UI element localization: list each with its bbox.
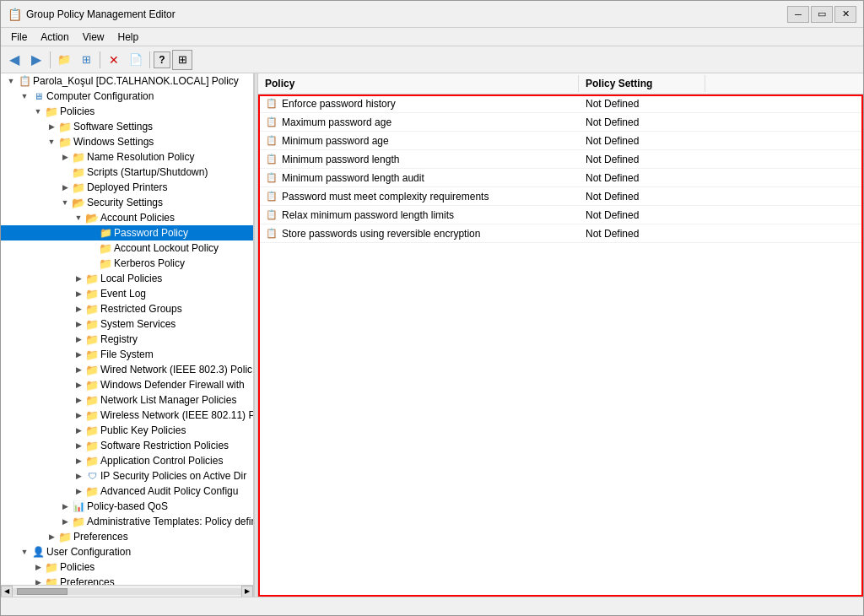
expander-ip-security: ▶	[72, 469, 85, 483]
tree-item-security-settings[interactable]: ▼ 📂 Security Settings	[1, 195, 253, 210]
table-row[interactable]: 📋 Minimum password age Not Defined	[258, 132, 863, 150]
toolbar-separator-1	[50, 51, 51, 68]
status-bar	[1, 597, 863, 615]
icon-policies: 📁	[45, 105, 58, 118]
tree-item-ip-security[interactable]: ▶ 🛡 IP Security Policies on Active Dir	[1, 468, 253, 484]
menu-view[interactable]: View	[76, 30, 111, 44]
label-registry: Registry	[100, 333, 138, 345]
tree-item-scripts[interactable]: ▶ 📁 Scripts (Startup/Shutdown)	[1, 165, 253, 180]
icon-wired-network: 📁	[85, 363, 99, 376]
label-preferences: Preferences	[73, 531, 128, 543]
tree-pane[interactable]: ▼ 📋 Parola_Koşul [DC.TALHANOK.LOCAL] Pol…	[1, 73, 254, 597]
minimize-button[interactable]: ─	[787, 6, 809, 23]
tree-item-deployed-printers[interactable]: ▶ 📁 Deployed Printers	[1, 180, 253, 195]
expander-deployed-printers: ▶	[58, 181, 72, 194]
scroll-left-btn[interactable]: ◀	[1, 586, 13, 597]
scroll-right-btn[interactable]: ▶	[241, 586, 253, 597]
tree-item-registry[interactable]: ▶ 📁 Registry	[1, 332, 253, 347]
table-row[interactable]: 📋 Minimum password length Not Defined	[258, 150, 863, 169]
table-row[interactable]: 📋 Minimum password length audit Not Defi…	[258, 169, 863, 187]
policy-icon-5: 📋	[265, 190, 278, 203]
tree-item-restricted-groups[interactable]: ▶ 📁 Restricted Groups	[1, 301, 253, 316]
menu-file[interactable]: File	[4, 30, 34, 44]
expander-preferences: ▶	[45, 530, 58, 543]
properties-button[interactable]: 📄	[126, 50, 146, 70]
label-ip-security: IP Security Policies on Active Dir	[100, 470, 246, 482]
icon-security-settings: 📂	[72, 196, 85, 209]
close-button[interactable]: ✕	[834, 6, 856, 23]
label-file-system: File System	[100, 349, 154, 360]
icon-software-settings: 📁	[58, 120, 72, 133]
label-software-settings: Software Settings	[73, 121, 153, 132]
label-restricted-groups: Restricted Groups	[100, 303, 182, 315]
col-header-setting[interactable]: Policy Setting	[579, 75, 705, 92]
up-folder-button[interactable]: 📁	[54, 50, 74, 70]
label-event-log: Event Log	[100, 288, 146, 300]
tree-item-event-log[interactable]: ▶ 📁 Event Log	[1, 286, 253, 301]
tree-item-policy-qos[interactable]: ▶ 📊 Policy-based QoS	[1, 499, 253, 514]
delete-button[interactable]: ✕	[104, 50, 124, 70]
maximize-button[interactable]: ▭	[811, 6, 833, 23]
refresh-button[interactable]: ⊞	[76, 50, 96, 70]
setting-cell-0: Not Defined	[579, 96, 705, 111]
tree-item-root[interactable]: ▼ 📋 Parola_Koşul [DC.TALHANOK.LOCAL] Pol…	[1, 73, 253, 89]
help-button[interactable]: ?	[154, 51, 170, 68]
tree-item-admin-templates[interactable]: ▶ 📁 Administrative Templates: Policy def…	[1, 514, 253, 529]
label-wired-network: Wired Network (IEEE 802.3) Polic	[100, 364, 252, 376]
menu-help[interactable]: Help	[111, 30, 146, 44]
tree-item-account-lockout[interactable]: ▶ 📁 Account Lockout Policy	[1, 240, 253, 256]
tree-item-app-control[interactable]: ▶ 📁 Application Control Policies	[1, 453, 253, 468]
tree-item-user-policies[interactable]: ▶ 📁 Policies	[1, 559, 253, 575]
expander-comp-config: ▼	[18, 89, 31, 103]
label-network-list: Network List Manager Policies	[100, 394, 236, 406]
icon-wireless-network: 📁	[85, 408, 99, 422]
tree-item-password-policy[interactable]: ▶ 📁 Password Policy	[1, 225, 253, 240]
menu-action[interactable]: Action	[34, 30, 75, 44]
tree-item-windows-settings[interactable]: ▼ 📁 Windows Settings	[1, 134, 253, 149]
col-header-policy[interactable]: Policy	[258, 75, 579, 92]
tree-item-system-services[interactable]: ▶ 📁 System Services	[1, 316, 253, 332]
label-admin-templates: Administrative Templates: Policy defini	[87, 516, 254, 527]
tree-item-advanced-audit[interactable]: ▶ 📁 Advanced Audit Policy Configu	[1, 484, 253, 499]
main-window: 📋 Group Policy Management Editor ─ ▭ ✕ F…	[0, 0, 864, 616]
scroll-thumb[interactable]	[17, 588, 68, 595]
expander-policy-qos: ▶	[58, 500, 72, 513]
tree-item-account-policies[interactable]: ▼ 📂 Account Policies	[1, 210, 253, 225]
back-button[interactable]: ◀	[4, 50, 24, 70]
policy-icon-6: 📋	[265, 208, 278, 222]
tree-item-wireless-network[interactable]: ▶ 📁 Wireless Network (IEEE 802.11) P	[1, 408, 253, 423]
tree-item-name-resolution[interactable]: ▶ 📁 Name Resolution Policy	[1, 149, 253, 165]
tree-item-file-system[interactable]: ▶ 📁 File System	[1, 347, 253, 362]
tree-item-kerberos[interactable]: ▶ 📁 Kerberos Policy	[1, 256, 253, 271]
tree-item-software-restriction[interactable]: ▶ 📁 Software Restriction Policies	[1, 438, 253, 453]
expander-advanced-audit: ▶	[72, 484, 85, 498]
table-row[interactable]: 📋 Store passwords using reversible encry…	[258, 224, 863, 243]
tree-item-windows-firewall[interactable]: ▶ 📁 Windows Defender Firewall with	[1, 377, 253, 392]
table-row[interactable]: 📋 Maximum password age Not Defined	[258, 113, 863, 132]
forward-button[interactable]: ▶	[26, 50, 46, 70]
expander-local-policies: ▶	[72, 272, 85, 285]
tree-item-software-settings[interactable]: ▶ 📁 Software Settings	[1, 119, 253, 134]
tree-item-comp-config[interactable]: ▼ 🖥 Computer Configuration	[1, 89, 253, 104]
expander-user-config: ▼	[18, 545, 31, 559]
tree-item-local-policies[interactable]: ▶ 📁 Local Policies	[1, 271, 253, 286]
tree-scrollbar-h[interactable]: ◀ ▶	[1, 585, 253, 597]
tree-item-wired-network[interactable]: ▶ 📁 Wired Network (IEEE 802.3) Polic	[1, 362, 253, 377]
setting-cell-4: Not Defined	[579, 170, 705, 186]
tree-item-public-key[interactable]: ▶ 📁 Public Key Policies	[1, 423, 253, 438]
icon-password-policy: 📁	[99, 226, 112, 240]
tree-item-preferences[interactable]: ▶ 📁 Preferences	[1, 529, 253, 544]
icon-file-system: 📁	[85, 348, 99, 361]
tree-item-network-list[interactable]: ▶ 📁 Network List Manager Policies	[1, 392, 253, 408]
expander-registry: ▶	[72, 332, 85, 346]
expander-windows-firewall: ▶	[72, 378, 85, 392]
tree-item-user-config[interactable]: ▼ 👤 User Configuration	[1, 544, 253, 559]
view-button[interactable]: ⊞	[172, 50, 192, 70]
table-row[interactable]: 📋 Enforce password history Not Defined	[258, 95, 863, 113]
window-controls: ─ ▭ ✕	[787, 6, 856, 23]
policy-cell-1: 📋 Maximum password age	[258, 114, 579, 131]
table-row[interactable]: 📋 Password must meet complexity requirem…	[258, 187, 863, 206]
table-row[interactable]: 📋 Relax minimum password length limits N…	[258, 206, 863, 224]
label-kerberos: Kerberos Policy	[114, 257, 185, 269]
tree-item-policies[interactable]: ▼ 📁 Policies	[1, 104, 253, 119]
